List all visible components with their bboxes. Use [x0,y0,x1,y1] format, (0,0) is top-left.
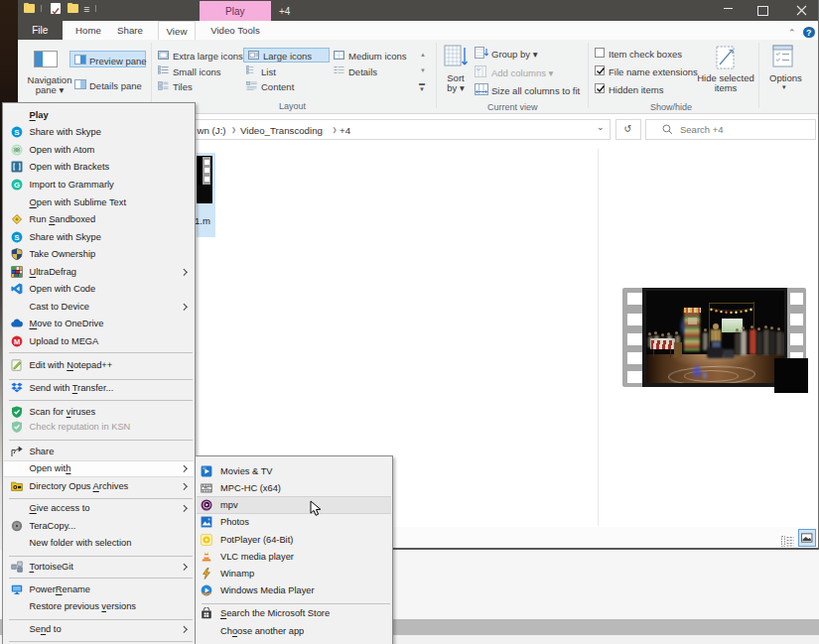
svg-text:S: S [14,232,20,241]
svg-text:HC: HC [205,486,209,490]
svg-text:S: S [14,128,20,137]
svg-text:G: G [13,181,19,190]
svg-text:M: M [13,337,19,346]
